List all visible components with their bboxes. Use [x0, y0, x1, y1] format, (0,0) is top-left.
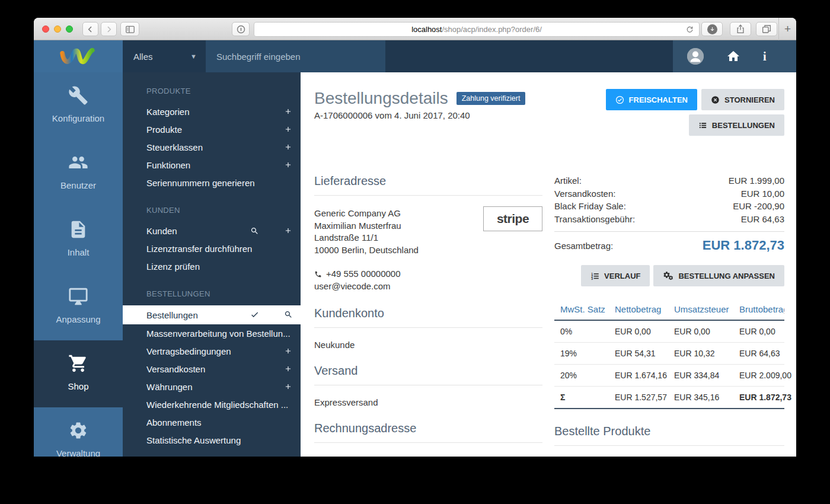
wrench-icon — [68, 85, 88, 106]
plus-icon[interactable] — [284, 161, 292, 169]
nav-item-konfiguration[interactable]: Konfiguration — [34, 72, 123, 139]
info-button[interactable]: i — [763, 50, 767, 63]
plus-icon[interactable] — [284, 347, 292, 355]
menu-item-waehrungen[interactable]: Währungen — [123, 378, 301, 395]
search-icon[interactable] — [284, 310, 293, 319]
new-tab-button[interactable]: + — [778, 18, 796, 40]
shipping-address: Generic Company AG Maximilian Musterfrau… — [314, 208, 419, 256]
menu-item-steuerklassen[interactable]: Steuerklassen — [123, 138, 301, 156]
tax-table-header-row: MwSt. Satz Nettobetrag Umsatzsteuer Brut… — [554, 304, 784, 320]
downloads-button[interactable] — [701, 22, 723, 36]
search-box — [206, 40, 385, 72]
order-buttons: VERLAUF BESTELLUNG ANPASSEN — [554, 265, 784, 286]
nav-item-benutzer[interactable]: Benutzer — [34, 139, 123, 206]
section-heading-rechnungsadresse: Rechnungsadresse — [314, 422, 542, 443]
screenshot-stage: localhost/shop/acp/index.php?order/6/ + — [0, 0, 830, 504]
minimize-button[interactable] — [54, 25, 61, 33]
order-meta: A-1706000006 vom 4. Juni 2017, 20:40 — [314, 110, 525, 120]
phone-row: +49 555 00000000 — [314, 268, 542, 280]
bestellung-anpassen-button[interactable]: BESTELLUNG ANPASSEN — [653, 265, 784, 286]
menu-item-abonnements[interactable]: Abonnements — [123, 413, 301, 431]
download-icon — [707, 24, 717, 34]
traffic-lights — [42, 25, 73, 33]
share-button[interactable] — [730, 22, 751, 36]
reload-icon[interactable] — [685, 25, 694, 34]
menu-item-lizenz-pruefen[interactable]: Lizenz prüfen — [123, 257, 301, 275]
nav-item-anpassung[interactable]: Anpassung — [34, 273, 123, 340]
plus-icon[interactable] — [284, 227, 292, 235]
totals-divider — [554, 231, 784, 232]
verlauf-button[interactable]: VERLAUF — [581, 265, 650, 286]
email-link[interactable]: user@viecode.com — [314, 280, 542, 293]
customer-value: Neukunde — [314, 340, 542, 350]
stripe-logo: stripe — [483, 206, 542, 231]
browser-titlebar: localhost/shop/acp/index.php?order/6/ + — [34, 18, 796, 40]
menu-item-bestellungen[interactable]: Bestellungen — [123, 305, 301, 324]
phone-icon — [314, 270, 322, 278]
col-header: Bruttobetrag — [739, 304, 784, 320]
menu-item-massenverarbeitung[interactable]: Massenverarbeitung von Bestellun... — [123, 324, 301, 342]
plus-icon[interactable] — [284, 382, 292, 391]
grand-total-value: EUR 1.872,73 — [703, 238, 784, 253]
table-row: 0% EUR 0,00 EUR 0,00 EUR 0,00 — [554, 320, 784, 343]
avatar[interactable] — [687, 48, 704, 65]
nav-item-verwaltung[interactable]: Verwaltung — [34, 407, 123, 457]
close-button[interactable] — [42, 25, 49, 33]
col-header: Umsatzsteuer — [674, 304, 739, 320]
table-sum-row: Σ EUR 1.527,57 EUR 345,16 EUR 1.872,73 — [554, 387, 784, 409]
menu-item-wiederkehrende[interactable]: Wiederkehrende Mitgliedschaften ... — [123, 395, 301, 413]
search-input[interactable] — [206, 52, 385, 62]
section-heading-versand: Versand — [314, 364, 542, 385]
menu-item-statistik[interactable]: Statistische Auswertung — [123, 431, 301, 449]
menu-item-produkte[interactable]: Produkte — [123, 120, 301, 138]
x-circle-icon — [711, 95, 720, 104]
cart-icon — [68, 353, 89, 374]
chevron-left-icon — [86, 25, 95, 34]
nav-item-inhalt[interactable]: Inhalt — [34, 206, 123, 273]
nav-item-shop[interactable]: Shop — [34, 340, 123, 407]
section-heading-lieferadresse: Lieferadresse — [314, 174, 542, 196]
sidebar-toggle-button[interactable] — [120, 22, 139, 36]
extension-button[interactable] — [232, 22, 250, 36]
check-circle-icon — [615, 95, 624, 104]
acp-header: Alles ▼ i — [34, 40, 796, 72]
menu-section-title: PRODUKTE — [123, 87, 301, 95]
scope-label: Alles — [133, 52, 153, 62]
browser-window: localhost/shop/acp/index.php?order/6/ + — [34, 18, 796, 457]
section-heading-bestellte-produkte: Bestellte Produkte — [554, 425, 784, 446]
totals-row: Artikel: EUR 1.999,00 — [554, 174, 784, 187]
totals-row: Versandkosten: EUR 10,00 — [554, 187, 784, 200]
url-bar[interactable]: localhost/shop/acp/index.php?order/6/ — [254, 22, 700, 37]
search-scope-dropdown[interactable]: Alles ▼ — [123, 40, 206, 72]
sidebar-panel-icon — [124, 24, 136, 35]
tab-overview-button[interactable] — [756, 22, 777, 36]
grand-total-row: Gesamtbetrag: EUR 1.872,73 — [554, 238, 784, 253]
bestellungen-button[interactable]: BESTELLUNGEN — [689, 114, 784, 136]
users-icon — [67, 152, 90, 173]
menu-item-kunden[interactable]: Kunden — [123, 222, 301, 240]
menu-item-funktionen[interactable]: Funktionen — [123, 156, 301, 174]
stornieren-button[interactable]: STORNIEREN — [701, 89, 784, 110]
plus-icon[interactable] — [284, 125, 292, 133]
forward-button[interactable] — [101, 22, 117, 36]
url-path: /shop/acp/index.php?order/6/ — [442, 25, 541, 34]
zoom-button[interactable] — [66, 25, 73, 33]
plus-icon[interactable] — [284, 107, 292, 116]
menu-item-kategorien[interactable]: Kategorien — [123, 103, 301, 120]
order-totals: Artikel: EUR 1.999,00 Versandkosten: EUR… — [554, 174, 784, 253]
home-button[interactable] — [726, 49, 740, 63]
menu-item-lizenztransfer[interactable]: Lizenztransfer durchführen — [123, 240, 301, 257]
freischalten-button[interactable]: FREISCHALTEN — [606, 89, 697, 110]
plus-icon[interactable] — [284, 365, 292, 373]
left-column: Lieferadresse Generic Company AG Maximil… — [314, 174, 542, 457]
billing-address-section: Rechnungsadresse — [314, 422, 542, 443]
back-button[interactable] — [82, 22, 98, 36]
menu-item-versandkosten[interactable]: Versandkosten — [123, 360, 301, 378]
search-icon[interactable] — [250, 227, 259, 235]
menu-item-seriennummern[interactable]: Seriennummern generieren — [123, 174, 301, 192]
list-icon — [698, 121, 707, 130]
col-header: MwSt. Satz — [554, 304, 615, 320]
plus-icon[interactable] — [284, 143, 292, 151]
woltlab-logo[interactable] — [34, 40, 123, 72]
menu-item-vertragsbedingungen[interactable]: Vertragsbedingungen — [123, 342, 301, 360]
